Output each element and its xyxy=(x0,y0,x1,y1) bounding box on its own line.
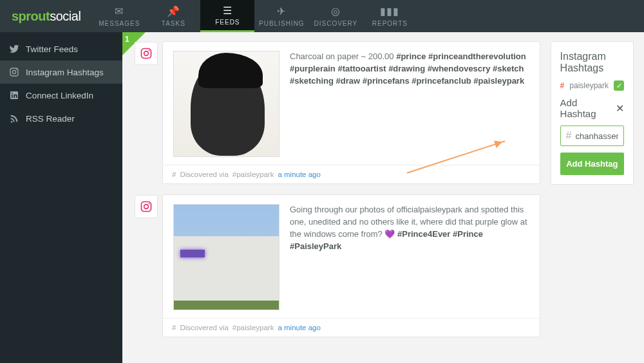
hash-icon: # xyxy=(566,130,572,142)
card-footer: # Discovered via #paisleypark a minute a… xyxy=(163,165,540,183)
svg-point-11 xyxy=(149,203,150,204)
nav-tasks[interactable]: 📌 TASKS xyxy=(146,0,200,32)
feed-column: Charcoal on paper ~ 200.00 #prince #prin… xyxy=(162,41,540,337)
svg-point-2 xyxy=(16,70,17,71)
sidebar-label: Twitter Feeds xyxy=(26,44,78,54)
post-caption: Going through our photos of officialpais… xyxy=(290,204,529,310)
sidebar-label: Instagram Hashtags xyxy=(26,68,104,77)
sidebar-label: Connect LinkedIn xyxy=(26,91,93,100)
nav-label: REPORTS xyxy=(372,20,408,27)
hashtag-panel: Instagram Hashtags # paisleypark ✓ Add H… xyxy=(551,41,634,185)
top-navigation: sproutsocial ✉ MESSAGES 📌 TASKS ☰ FEEDS … xyxy=(0,0,644,32)
instagram-icon xyxy=(9,67,19,77)
instagram-icon xyxy=(140,200,153,213)
hashtag-text: paisleypark xyxy=(569,81,609,90)
source-badge xyxy=(135,42,158,65)
svg-point-5 xyxy=(12,93,13,94)
main-content: 1 Charcoal on paper ~ 200.00 #prince #pr… xyxy=(122,32,644,363)
card-footer: # Discovered via #paisleypark a minute a… xyxy=(163,318,540,337)
discovered-tag: #paisleypark xyxy=(232,171,274,178)
source-badge xyxy=(135,195,158,218)
hashtag-input-wrapper[interactable]: # xyxy=(560,126,624,146)
sidebar-item-connect-linkedin[interactable]: Connect LinkedIn xyxy=(0,84,122,107)
envelope-icon: ✉ xyxy=(113,6,125,17)
brand-part1: sprout xyxy=(12,9,50,24)
nav-label: DISCOVERY xyxy=(314,20,357,27)
nav-label: PUBLISHING xyxy=(259,20,305,27)
discovered-tag: #paisleypark xyxy=(232,324,274,331)
brand-part2: social xyxy=(50,9,80,24)
brand-logo[interactable]: sproutsocial xyxy=(0,0,92,32)
hash-icon: # xyxy=(172,171,176,178)
nav-publishing[interactable]: ✈ PUBLISHING xyxy=(254,0,308,32)
discovered-time[interactable]: a minute ago xyxy=(278,324,321,331)
svg-point-1 xyxy=(12,70,15,73)
hashtag-input[interactable] xyxy=(576,131,618,141)
twitter-icon xyxy=(9,44,19,54)
close-icon[interactable]: ✕ xyxy=(616,102,624,115)
nav-feeds[interactable]: ☰ FEEDS xyxy=(200,0,254,32)
list-icon: ☰ xyxy=(222,5,233,16)
nav-discovery[interactable]: ◎ DISCOVERY xyxy=(308,0,363,32)
add-hashtag-button[interactable]: Add Hashtag xyxy=(560,153,624,175)
nav-messages[interactable]: ✉ MESSAGES xyxy=(92,0,146,32)
sidebar-label: RSS Reader xyxy=(26,114,75,124)
discovered-prefix: Discovered via xyxy=(180,171,228,178)
sidebar-item-instagram-hashtags[interactable]: Instagram Hashtags xyxy=(0,60,122,84)
caption-text: Charcoal on paper ~ 200.00 xyxy=(290,51,396,61)
nav-reports[interactable]: ▮▮▮ REPORTS xyxy=(363,0,417,32)
svg-point-10 xyxy=(144,205,149,209)
pin-icon: 📌 xyxy=(167,6,179,17)
rss-icon xyxy=(9,113,19,124)
sidebar-item-twitter-feeds[interactable]: Twitter Feeds xyxy=(0,37,122,60)
left-sidebar: Twitter Feeds Instagram Hashtags Connect… xyxy=(0,32,122,363)
nav-label: TASKS xyxy=(162,20,185,27)
hash-icon: # xyxy=(560,81,565,90)
bars-icon: ▮▮▮ xyxy=(384,6,395,17)
check-icon[interactable]: ✓ xyxy=(614,80,624,91)
feed-card[interactable]: Going through our photos of officialpais… xyxy=(162,194,540,337)
add-hashtag-header: Add Hashtag ✕ xyxy=(560,97,624,119)
send-icon: ✈ xyxy=(276,6,287,17)
feed-card[interactable]: Charcoal on paper ~ 200.00 #prince #prin… xyxy=(162,41,540,184)
post-thumbnail[interactable] xyxy=(173,204,279,310)
svg-point-7 xyxy=(144,51,149,56)
compass-icon: ◎ xyxy=(330,6,341,17)
hash-icon: # xyxy=(172,324,176,331)
discovered-time[interactable]: a minute ago xyxy=(278,171,321,178)
svg-rect-4 xyxy=(12,95,13,98)
post-thumbnail[interactable] xyxy=(173,51,279,157)
svg-point-8 xyxy=(149,50,150,51)
existing-hashtag-row[interactable]: # paisleypark ✓ xyxy=(560,80,624,91)
discovered-prefix: Discovered via xyxy=(180,324,228,331)
add-hashtag-label: Add Hashtag xyxy=(560,97,616,119)
badge-count: 1 xyxy=(125,35,129,44)
nav-label: MESSAGES xyxy=(99,20,140,27)
linkedin-icon xyxy=(9,90,19,100)
instagram-icon xyxy=(140,47,153,60)
panel-title: Instagram Hashtags xyxy=(560,51,624,74)
sidebar-item-rss-reader[interactable]: RSS Reader xyxy=(0,107,122,130)
nav-label: FEEDS xyxy=(215,19,240,26)
post-caption: Charcoal on paper ~ 200.00 #prince #prin… xyxy=(290,51,529,157)
